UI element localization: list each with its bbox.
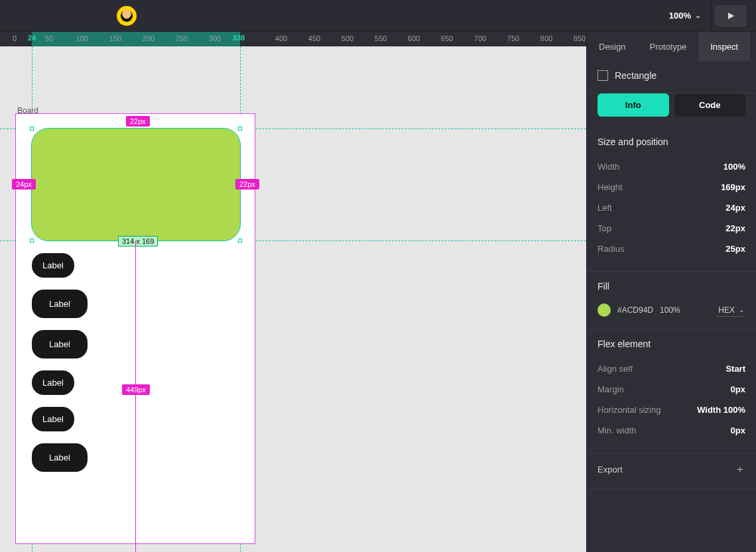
ruler-tick: 500 [342,32,353,42]
tab-prototype[interactable]: Prototype [637,32,698,61]
size-badge: 314 x 169 [118,236,158,247]
list-item[interactable]: Label [32,253,74,278]
ruler-highlight-end: 338 [233,34,245,42]
avatar[interactable] [117,6,137,26]
rectangle-icon [598,70,608,81]
distance-badge-left: 24px [12,179,36,190]
midline-badge: 449px [122,384,150,395]
artboard[interactable]: 314 x 169 Label Label Label Label Label … [16,114,255,543]
ruler-highlight-start: 24 [28,34,36,42]
fill-hex: #ACD94D [617,305,653,315]
prop-margin: Margin0px [598,379,745,400]
zoom-dropdown[interactable]: 100% ⌄ [660,0,711,32]
ruler-tick: 400 [275,32,287,42]
color-format-label: HEX [718,305,735,315]
ruler: 24 338 0 50 100 150 200 250 300 400 450 … [0,32,586,46]
resize-handle[interactable] [238,127,242,131]
ruler-tick: 750 [507,32,519,42]
topbar: 100% ⌄ [0,0,756,32]
resize-handle[interactable] [30,239,34,243]
flex-section: Flex element Align selfStart Margin0px H… [587,329,756,453]
fill-opacity: 100% [660,305,680,315]
selected-rectangle[interactable] [32,129,240,241]
ruler-tick: 700 [474,32,486,42]
fill-section: Fill #ACD94D 100% HEX ⌄ [587,272,756,329]
zoom-label: 100% [669,11,691,21]
ruler-tick: 50 [45,32,53,42]
ruler-tick: 250 [176,32,188,42]
play-icon [726,11,735,21]
section-title: Flex element [598,339,745,349]
canvas[interactable]: 24 338 0 50 100 150 200 250 300 400 450 … [0,32,586,552]
element-header: Rectangle [587,61,756,93]
chevron-down-icon: ⌄ [739,306,744,313]
export-section: Export ＋ [587,453,756,489]
list-item[interactable]: Label [32,330,88,359]
list-item[interactable]: Label [32,370,74,395]
inspector-tabs: Design Prototype Inspect [587,32,756,61]
resize-handle[interactable] [30,127,34,131]
prop-min-width: Min. width0px [598,420,745,441]
ruler-tick: 450 [308,32,320,42]
tab-inspect[interactable]: Inspect [698,32,750,61]
ruler-tick: 0 [13,32,17,42]
ruler-tick: 100 [76,32,88,42]
prop-top: Top22px [598,218,745,239]
export-label: Export [598,465,623,474]
resize-handle[interactable] [238,239,242,243]
size-position-section: Size and position Width100% Height169px … [587,127,756,272]
color-format-dropdown[interactable]: HEX ⌄ [717,304,745,317]
section-title: Fill [598,281,745,292]
prop-width: Width100% [598,156,745,177]
fill-swatch[interactable] [598,304,611,317]
ruler-tick: 600 [408,32,420,42]
tab-design[interactable]: Design [587,32,637,61]
ruler-tick: 200 [143,32,155,42]
distance-badge-top: 22px [126,116,150,127]
prop-h-sizing: Horizontal sizingWidth 100% [598,400,745,420]
ruler-tick: 550 [375,32,387,42]
plus-icon[interactable]: ＋ [735,463,745,476]
ruler-tick: 150 [109,32,121,42]
ruler-tick: 850 [574,32,586,42]
stage[interactable]: Board 314 x 169 Label Label Label [0,46,586,552]
code-button[interactable]: Code [674,93,746,117]
ruler-tick: 800 [540,32,552,42]
inspector-panel: Design Prototype Inspect Rectangle Info … [586,32,756,552]
info-button[interactable]: Info [598,93,669,117]
list-item[interactable]: Label [32,290,88,318]
list-item[interactable]: Label [32,407,74,431]
list-item[interactable]: Label [32,443,88,472]
prop-left: Left24px [598,197,745,218]
prop-align-self: Align selfStart [598,359,745,379]
prop-radius: Radius25px [598,239,745,259]
ruler-tick: 300 [209,32,221,42]
chevron-down-icon: ⌄ [695,11,701,20]
play-button[interactable] [715,5,747,27]
center-guide [135,241,136,552]
prop-height: Height169px [598,177,745,197]
ruler-tick: 650 [441,32,453,42]
distance-badge-right: 22px [235,179,259,190]
element-name: Rectangle [615,70,657,81]
section-title: Size and position [598,137,745,147]
label-list: Label Label Label Label Label Label [32,253,88,472]
